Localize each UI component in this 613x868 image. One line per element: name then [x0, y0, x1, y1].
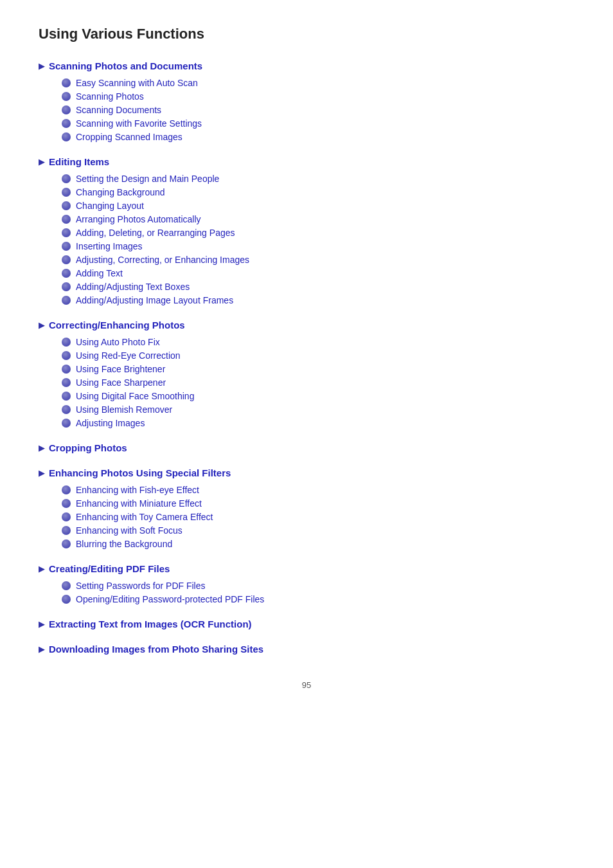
arrow-icon-correcting: ▶ — [39, 320, 45, 330]
item-link[interactable]: Adjusting Images — [76, 418, 145, 428]
list-item: Adding, Deleting, or Rearranging Pages — [62, 228, 574, 238]
list-item: Inserting Images — [62, 241, 574, 251]
section-title-pdf[interactable]: Creating/Editing PDF Files — [49, 563, 170, 574]
section-title-editing[interactable]: Editing Items — [49, 156, 109, 167]
section-editing: ▶Editing ItemsSetting the Design and Mai… — [39, 156, 574, 305]
section-header-downloading[interactable]: ▶Downloading Images from Photo Sharing S… — [39, 644, 574, 655]
list-item: Cropping Scanned Images — [62, 132, 574, 142]
list-item: Setting Passwords for PDF Files — [62, 581, 574, 591]
item-link[interactable]: Using Face Brightener — [76, 364, 165, 374]
arrow-icon-ocr: ▶ — [39, 619, 45, 629]
item-link[interactable]: Enhancing with Toy Camera Effect — [76, 512, 213, 522]
list-item: Changing Background — [62, 187, 574, 197]
section-cropping: ▶Cropping Photos — [39, 442, 574, 453]
bullet-icon — [62, 174, 71, 183]
item-link[interactable]: Scanning Documents — [76, 105, 161, 115]
bullet-icon — [62, 485, 71, 494]
section-header-correcting[interactable]: ▶Correcting/Enhancing Photos — [39, 320, 574, 330]
bullet-icon — [62, 132, 71, 141]
bullet-icon — [62, 282, 71, 291]
list-item: Using Red-Eye Correction — [62, 350, 574, 361]
bullet-icon — [62, 228, 71, 237]
arrow-icon-scanning: ▶ — [39, 61, 45, 71]
item-link[interactable]: Using Auto Photo Fix — [76, 337, 160, 347]
section-title-correcting[interactable]: Correcting/Enhancing Photos — [49, 320, 185, 330]
section-title-cropping[interactable]: Cropping Photos — [49, 442, 127, 453]
item-link[interactable]: Adding Text — [76, 268, 123, 278]
bullet-icon — [62, 539, 71, 548]
item-link[interactable]: Using Face Sharpener — [76, 377, 166, 388]
item-link[interactable]: Changing Background — [76, 187, 165, 197]
item-link[interactable]: Setting Passwords for PDF Files — [76, 581, 206, 591]
item-link[interactable]: Using Blemish Remover — [76, 404, 172, 415]
page-number: 95 — [39, 680, 574, 690]
item-link[interactable]: Setting the Design and Main People — [76, 174, 219, 184]
list-item: Scanning with Favorite Settings — [62, 118, 574, 129]
bullet-icon — [62, 188, 71, 197]
bullet-icon — [62, 351, 71, 360]
item-link[interactable]: Cropping Scanned Images — [76, 132, 182, 142]
item-link[interactable]: Scanning Photos — [76, 91, 144, 102]
arrow-icon-downloading: ▶ — [39, 644, 45, 654]
bullet-icon — [62, 242, 71, 251]
item-link[interactable]: Adjusting, Correcting, or Enhancing Imag… — [76, 255, 249, 265]
bullet-icon — [62, 215, 71, 224]
section-title-ocr[interactable]: Extracting Text from Images (OCR Functio… — [49, 619, 252, 629]
bullet-icon — [62, 512, 71, 521]
bullet-icon — [62, 296, 71, 305]
item-link[interactable]: Inserting Images — [76, 241, 143, 251]
item-list-correcting: Using Auto Photo FixUsing Red-Eye Correc… — [39, 337, 574, 428]
section-pdf: ▶Creating/Editing PDF FilesSetting Passw… — [39, 563, 574, 604]
item-link[interactable]: Using Red-Eye Correction — [76, 350, 181, 361]
bullet-icon — [62, 119, 71, 128]
section-title-scanning[interactable]: Scanning Photos and Documents — [49, 60, 202, 71]
list-item: Scanning Photos — [62, 91, 574, 102]
list-item: Using Face Brightener — [62, 364, 574, 374]
item-link[interactable]: Enhancing with Soft Focus — [76, 525, 182, 536]
section-scanning: ▶Scanning Photos and DocumentsEasy Scann… — [39, 60, 574, 142]
list-item: Adjusting Images — [62, 418, 574, 428]
item-link[interactable]: Enhancing with Miniature Effect — [76, 498, 202, 509]
item-link[interactable]: Blurring the Background — [76, 539, 172, 549]
item-link[interactable]: Arranging Photos Automatically — [76, 214, 201, 224]
item-link[interactable]: Enhancing with Fish-eye Effect — [76, 485, 199, 495]
section-title-downloading[interactable]: Downloading Images from Photo Sharing Si… — [49, 644, 263, 655]
bullet-icon — [62, 392, 71, 401]
section-header-ocr[interactable]: ▶Extracting Text from Images (OCR Functi… — [39, 619, 574, 629]
item-link[interactable]: Adding, Deleting, or Rearranging Pages — [76, 228, 235, 238]
list-item: Adding/Adjusting Image Layout Frames — [62, 295, 574, 305]
list-item: Enhancing with Fish-eye Effect — [62, 485, 574, 495]
bullet-icon — [62, 105, 71, 114]
section-header-editing[interactable]: ▶Editing Items — [39, 156, 574, 167]
item-list-enhancing: Enhancing with Fish-eye EffectEnhancing … — [39, 485, 574, 549]
list-item: Enhancing with Soft Focus — [62, 525, 574, 536]
section-enhancing: ▶Enhancing Photos Using Special FiltersE… — [39, 467, 574, 549]
section-header-pdf[interactable]: ▶Creating/Editing PDF Files — [39, 563, 574, 574]
arrow-icon-cropping: ▶ — [39, 443, 45, 453]
list-item: Adding/Adjusting Text Boxes — [62, 282, 574, 292]
section-header-cropping[interactable]: ▶Cropping Photos — [39, 442, 574, 453]
item-link[interactable]: Using Digital Face Smoothing — [76, 391, 194, 401]
bullet-icon — [62, 92, 71, 101]
list-item: Adjusting, Correcting, or Enhancing Imag… — [62, 255, 574, 265]
list-item: Opening/Editing Password-protected PDF F… — [62, 594, 574, 604]
section-header-enhancing[interactable]: ▶Enhancing Photos Using Special Filters — [39, 467, 574, 478]
item-list-pdf: Setting Passwords for PDF FilesOpening/E… — [39, 581, 574, 604]
item-link[interactable]: Adding/Adjusting Text Boxes — [76, 282, 190, 292]
section-title-enhancing[interactable]: Enhancing Photos Using Special Filters — [49, 467, 231, 478]
bullet-icon — [62, 499, 71, 508]
list-item: Changing Layout — [62, 201, 574, 211]
item-link[interactable]: Scanning with Favorite Settings — [76, 118, 202, 129]
item-link[interactable]: Changing Layout — [76, 201, 144, 211]
item-link[interactable]: Opening/Editing Password-protected PDF F… — [76, 594, 264, 604]
list-item: Enhancing with Miniature Effect — [62, 498, 574, 509]
section-header-scanning[interactable]: ▶Scanning Photos and Documents — [39, 60, 574, 71]
bullet-icon — [62, 255, 71, 264]
arrow-icon-editing: ▶ — [39, 157, 45, 167]
item-link[interactable]: Adding/Adjusting Image Layout Frames — [76, 295, 233, 305]
item-link[interactable]: Easy Scanning with Auto Scan — [76, 78, 198, 88]
item-list-scanning: Easy Scanning with Auto ScanScanning Pho… — [39, 78, 574, 142]
list-item: Using Blemish Remover — [62, 404, 574, 415]
sections-container: ▶Scanning Photos and DocumentsEasy Scann… — [39, 60, 574, 655]
list-item: Using Face Sharpener — [62, 377, 574, 388]
